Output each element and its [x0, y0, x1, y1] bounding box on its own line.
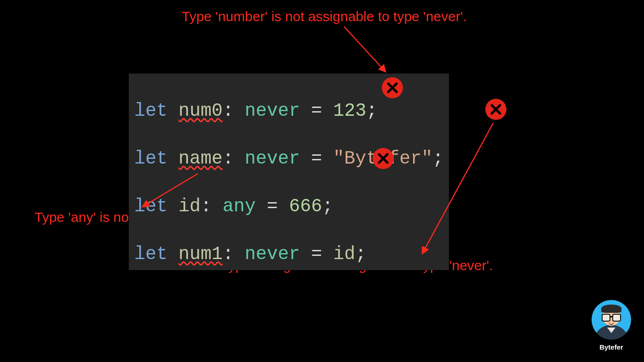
code-line-4: let num1: never = id; [134, 219, 443, 266]
author-name: Bytefer [592, 343, 631, 351]
colon: : [223, 148, 234, 169]
var-num0: num0 [178, 101, 223, 121]
code-block: let num0: never = 123; let name: never =… [129, 74, 449, 270]
code-line-3: let id: any = 666; [134, 171, 443, 219]
equals: = [311, 148, 322, 169]
type-never: never [245, 101, 300, 121]
error-x-icon [382, 77, 403, 98]
colon: : [223, 101, 234, 121]
semicolon: ; [366, 101, 377, 121]
author-avatar [592, 300, 631, 339]
type-never: never [245, 148, 300, 169]
semicolon: ; [322, 196, 333, 217]
type-never: never [245, 244, 300, 265]
author-badge: Bytefer [592, 300, 631, 351]
type-any: any [223, 196, 256, 217]
semicolon: ; [432, 148, 443, 169]
error-annotation-number: Type 'number' is not assignable to type … [182, 8, 467, 25]
equals: = [311, 244, 322, 265]
semicolon: ; [355, 244, 366, 265]
diagram-canvas: Type 'number' is not assignable to type … [0, 0, 644, 362]
equals: = [267, 196, 278, 217]
value-id: id [333, 244, 355, 265]
keyword-let: let [134, 244, 167, 265]
keyword-let: let [134, 148, 167, 169]
var-id: id [178, 196, 201, 217]
keyword-let: let [134, 101, 167, 121]
literal-666: 666 [289, 196, 322, 217]
error-x-icon [485, 99, 506, 120]
keyword-let: let [134, 196, 167, 217]
colon: : [223, 244, 234, 265]
equals: = [311, 101, 322, 121]
var-num1: num1 [178, 244, 223, 265]
literal-123: 123 [333, 101, 366, 121]
error-x-icon [373, 148, 394, 169]
colon: : [201, 196, 212, 217]
svg-line-0 [344, 27, 385, 72]
var-name: name [178, 148, 223, 169]
code-line-2: let name: never = "Bytefer"; [134, 123, 443, 171]
